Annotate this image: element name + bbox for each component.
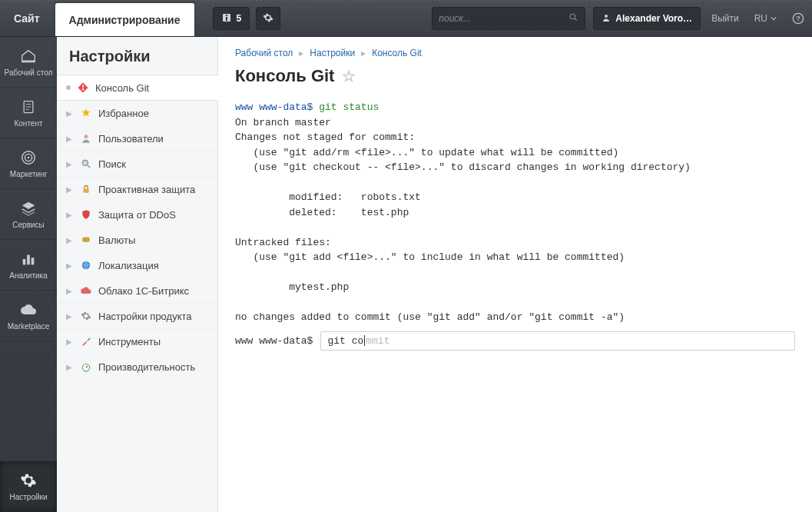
svg-rect-25: [84, 188, 89, 192]
page-title: Консоль Git ☆: [235, 66, 795, 86]
rail-label: Сервисы: [12, 221, 44, 229]
rail-marketing[interactable]: Маркетинг: [0, 138, 57, 189]
tab-admin[interactable]: Администрирование: [55, 3, 194, 36]
rail-desktop[interactable]: Рабочий стол: [0, 37, 57, 88]
shield-icon: [80, 208, 92, 221]
topbar: Сайт Администрирование 5 Alexander Voro……: [0, 0, 812, 37]
chevron-right-icon: ▶: [66, 261, 74, 270]
sidebar-item-cloud[interactable]: ▶ Облако 1С-Битрикс: [57, 278, 217, 304]
sidebar-item-users[interactable]: ▶ Пользователи: [57, 126, 217, 151]
sidebar-item-performance[interactable]: ▶ Производительность: [57, 354, 217, 380]
rail-label: Маркетинг: [10, 170, 48, 178]
user-menu[interactable]: Alexander Voro…: [593, 7, 701, 30]
lock-icon: [80, 183, 92, 195]
svg-point-3: [570, 14, 575, 19]
sidebar-item-product-settings[interactable]: ▶ Настройки продукта: [57, 304, 217, 329]
settings-button[interactable]: [256, 7, 280, 30]
notifications-count: 5: [237, 13, 242, 24]
sidebar-item-proactive[interactable]: ▶ Проактивная защита: [57, 177, 217, 202]
user-icon: [602, 13, 611, 25]
rail-label: Настройки: [9, 493, 47, 501]
tab-site[interactable]: Сайт: [0, 0, 54, 36]
currency-icon: [80, 234, 92, 246]
svg-point-5: [605, 15, 608, 18]
rail-services[interactable]: Сервисы: [0, 189, 57, 240]
search-input[interactable]: [439, 13, 568, 24]
sidebar-item-label: Пользователи: [98, 133, 164, 145]
search-icon[interactable]: [568, 12, 578, 25]
rail-marketplace[interactable]: Marketplace: [0, 291, 57, 341]
svg-rect-17: [27, 255, 30, 265]
chevron-right-icon: ▶: [66, 312, 74, 321]
page-title-text: Консоль Git: [235, 66, 334, 86]
sidebar-item-search[interactable]: ▶ Поиск: [57, 151, 217, 177]
sidebar-title: Настройки: [57, 48, 217, 75]
chevron-right-icon: ▶: [66, 135, 74, 143]
sidebar-item-git-console[interactable]: Консоль Git: [57, 75, 217, 101]
breadcrumb: Рабочий стол ▸ Настройки ▸ Консоль Git: [235, 48, 795, 58]
target-icon: [19, 148, 38, 167]
chevron-right-icon: ▶: [66, 160, 74, 168]
cloud-icon: [19, 301, 38, 319]
svg-point-22: [85, 135, 88, 138]
sidebar-item-label: Поиск: [98, 158, 126, 170]
sidebar-item-currency[interactable]: ▶ Валюты: [57, 228, 217, 253]
console-input-typed: git co: [327, 335, 363, 347]
help-icon: ?: [792, 12, 804, 25]
sidebar: Настройки Консоль Git ▶ Избранное ▶ Поль…: [57, 37, 218, 512]
logout-link[interactable]: Выйти: [704, 0, 747, 36]
lang-label: RU: [754, 13, 767, 24]
rail-content[interactable]: Контент: [0, 88, 57, 138]
sidebar-item-favorites[interactable]: ▶ Избранное: [57, 101, 217, 126]
rail-label: Рабочий стол: [5, 68, 53, 77]
home-icon: [19, 47, 38, 65]
sidebar-item-label: Локализация: [98, 260, 159, 271]
chevron-right-icon: ▶: [66, 363, 74, 371]
perf-icon: [80, 361, 92, 373]
layers-icon: [19, 199, 38, 218]
git-console-output: www www-data$ git status On branch maste…: [235, 100, 795, 325]
doc-icon: [19, 98, 38, 116]
breadcrumb-link[interactable]: Консоль Git: [372, 48, 422, 58]
rail-label: Аналитика: [9, 271, 48, 280]
console-input-row: www www-data$ git commit: [235, 331, 795, 351]
sidebar-item-localization[interactable]: ▶ Локализация: [57, 253, 217, 278]
chevron-right-icon: ▶: [66, 109, 74, 118]
bars-icon: [19, 250, 38, 268]
help-button[interactable]: ?: [784, 0, 812, 36]
notifications-button[interactable]: 5: [213, 7, 250, 30]
svg-rect-18: [31, 258, 35, 264]
chevron-right-icon: ▸: [299, 48, 303, 58]
svg-line-4: [575, 18, 577, 21]
globe-icon: [80, 259, 92, 271]
search-box[interactable]: [432, 7, 585, 30]
rail-analytics[interactable]: Аналитика: [0, 240, 57, 291]
rail-label: Marketplace: [8, 322, 49, 331]
console-prompt: www www-data$: [235, 101, 313, 113]
sidebar-item-label: Инструменты: [98, 336, 161, 347]
favorite-star-icon[interactable]: ☆: [342, 67, 356, 85]
chevron-right-icon: ▶: [66, 337, 74, 346]
sidebar-item-ddos[interactable]: ▶ Защита от DDoS: [57, 202, 217, 228]
sidebar-item-label: Валюты: [98, 234, 135, 246]
star-icon: [80, 107, 92, 119]
lang-switcher[interactable]: RU: [747, 0, 784, 36]
breadcrumb-link[interactable]: Настройки: [310, 48, 355, 58]
console-input[interactable]: git commit: [320, 331, 795, 351]
gear-icon: [19, 471, 38, 490]
rail-settings[interactable]: Настройки: [0, 461, 57, 512]
console-input-autocomplete: mmit: [366, 335, 389, 347]
svg-rect-1: [226, 17, 227, 21]
sidebar-item-label: Избранное: [98, 108, 149, 119]
sidebar-item-label: Защита от DDoS: [98, 209, 176, 221]
svg-line-29: [86, 366, 88, 367]
sidebar-item-label: Производительность: [98, 361, 195, 373]
text-cursor: [364, 335, 365, 346]
console-last-cmd: git status: [319, 101, 379, 113]
breadcrumb-link[interactable]: Рабочий стол: [235, 48, 293, 58]
svg-point-28: [82, 364, 89, 371]
bullet-icon: [66, 85, 71, 90]
console-input-prompt: www www-data$: [235, 335, 313, 347]
sidebar-item-tools[interactable]: ▶ Инструменты: [57, 329, 217, 354]
svg-point-23: [82, 160, 88, 165]
